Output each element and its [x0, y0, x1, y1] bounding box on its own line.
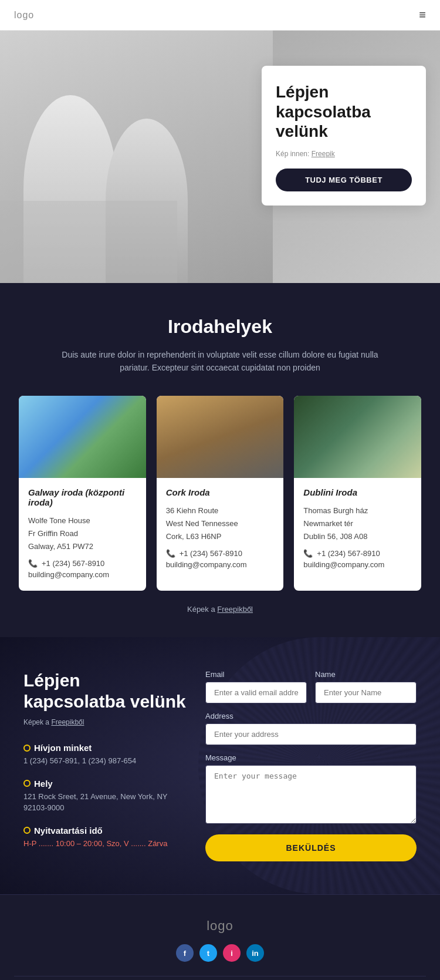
- hero-title: Lépjen kapcsolatba velünk: [276, 82, 412, 142]
- message-textarea[interactable]: [205, 765, 417, 824]
- email-input[interactable]: [205, 682, 307, 703]
- form-row-address: Address: [205, 712, 417, 745]
- contact-call-us-title: Hívjon minket: [23, 743, 187, 753]
- contact-section: Lépjen kapcsolatba velünk Képek a Freepi…: [0, 637, 440, 894]
- form-group-email: Email: [205, 670, 307, 703]
- form-row-message: Message: [205, 753, 417, 824]
- office-name-galway: Galway iroda (központi iroda): [28, 487, 137, 507]
- office-image-cork: [157, 396, 284, 478]
- submit-button[interactable]: BEKÜLDÉS: [205, 834, 417, 861]
- contact-left-panel: Lépjen kapcsolatba velünk Képek a Freepi…: [23, 670, 205, 861]
- contact-hours: Nyitvatartási idő H-P ....... 10:00 – 20…: [23, 826, 187, 850]
- contact-phone-numbers: 1 (234) 567-891, 1 (234) 987-654: [23, 755, 187, 767]
- offices-title: Irodahelyek: [19, 316, 421, 338]
- contact-credit: Képek a Freepikből: [23, 718, 187, 726]
- footer: logo f t i in Sample text. Click to sele…: [0, 894, 440, 980]
- contact-location-title: Hely: [23, 779, 187, 789]
- message-label: Message: [205, 753, 417, 762]
- phone-icon: 📞: [166, 549, 175, 558]
- navbar: logo ≡: [0, 0, 440, 31]
- contact-hours-text: H-P ....... 10:00 – 20:00, Szo, V ......…: [23, 838, 187, 850]
- office-email-cork: building@company.com: [166, 560, 275, 569]
- office-card-body-cork: Cork Iroda 36 Kiehn Route West Ned Tenne…: [157, 478, 284, 569]
- hero-people: [0, 31, 273, 283]
- office-email-galway: building@company.com: [28, 570, 137, 579]
- phone-icon: 📞: [28, 559, 38, 568]
- office-card-cork: Cork Iroda 36 Kiehn Route West Ned Tenne…: [157, 396, 284, 591]
- contact-hours-title: Nyitvatartási idő: [23, 826, 187, 836]
- form-group-address: Address: [205, 712, 417, 745]
- hero-credit: Kép innen: Freepik: [276, 150, 412, 158]
- office-cards-container: Galway iroda (központi iroda) Wolfe Tone…: [19, 396, 421, 591]
- office-card-galway: Galway iroda (központi iroda) Wolfe Tone…: [19, 396, 146, 591]
- hero-cta-button[interactable]: TUDJ MEG TÖBBET: [276, 169, 412, 191]
- hamburger-menu[interactable]: ≡: [419, 8, 426, 22]
- office-image-dublin: [294, 396, 421, 478]
- contact-call-us: Hívjon minket 1 (234) 567-891, 1 (234) 9…: [23, 743, 187, 767]
- contact-form: Email Name Address Message: [205, 670, 417, 861]
- form-group-message: Message: [205, 753, 417, 824]
- office-image-galway: [19, 396, 146, 478]
- office-phone-cork: 📞 +1 (234) 567-8910: [166, 549, 275, 558]
- office-address-galway: Wolfe Tone House Fr Griffin Road Galway,…: [28, 514, 137, 553]
- linkedin-icon[interactable]: in: [246, 944, 264, 962]
- address-label: Address: [205, 712, 417, 720]
- office-card-body-dublin: Dublini Iroda Thomas Burgh ház Newmarket…: [294, 478, 421, 569]
- hero-card: Lépjen kapcsolatba velünk Kép innen: Fre…: [262, 66, 426, 206]
- office-card-body-galway: Galway iroda (központi iroda) Wolfe Tone…: [19, 478, 146, 579]
- form-group-name: Name: [315, 670, 417, 703]
- name-input[interactable]: [315, 682, 417, 703]
- hero-table: [0, 201, 177, 283]
- email-label: Email: [205, 670, 307, 679]
- office-phone-dublin: 📞 +1 (234) 567-8910: [303, 549, 412, 558]
- footer-logo: logo: [14, 918, 426, 934]
- offices-credit-link[interactable]: Freepikből: [217, 605, 253, 614]
- contact-title: Lépjen kapcsolatba velünk: [23, 670, 187, 712]
- contact-credit-link[interactable]: Freepikből: [51, 718, 84, 726]
- office-address-cork: 36 Kiehn Route West Ned Tennessee Cork, …: [166, 504, 275, 543]
- hero-section: Lépjen kapcsolatba velünk Kép innen: Fre…: [0, 31, 440, 283]
- phone-icon: 📞: [303, 549, 313, 558]
- contact-location: Hely 121 Rock Sreet, 21 Avenue, New York…: [23, 779, 187, 814]
- logo: logo: [14, 10, 34, 21]
- name-label: Name: [315, 670, 417, 679]
- office-address-dublin: Thomas Burgh ház Newmarket tér Dublin 56…: [303, 504, 412, 543]
- office-phone-galway: 📞 +1 (234) 567-8910: [28, 559, 137, 568]
- instagram-icon[interactable]: i: [223, 944, 241, 962]
- contact-location-address: 121 Rock Sreet, 21 Avenue, New York, NY …: [23, 791, 187, 814]
- form-row-email-name: Email Name: [205, 670, 417, 703]
- offices-subtitle: Duis aute irure dolor in reprehenderit i…: [50, 348, 390, 375]
- footer-divider: [14, 976, 426, 976]
- hero-background: Lépjen kapcsolatba velünk Kép innen: Fre…: [0, 31, 440, 283]
- office-email-dublin: building@company.com: [303, 560, 412, 569]
- social-icons-container: f t i in: [14, 944, 426, 962]
- contact-inner: Lépjen kapcsolatba velünk Képek a Freepi…: [0, 637, 440, 894]
- offices-credit: Képek a Freepikből: [19, 605, 421, 614]
- address-input[interactable]: [205, 723, 417, 745]
- office-name-cork: Cork Iroda: [166, 487, 275, 497]
- twitter-icon[interactable]: t: [199, 944, 217, 962]
- office-card-dublin: Dublini Iroda Thomas Burgh ház Newmarket…: [294, 396, 421, 591]
- office-name-dublin: Dublini Iroda: [303, 487, 412, 497]
- offices-section: Irodahelyek Duis aute irure dolor in rep…: [0, 283, 440, 637]
- hero-credit-link[interactable]: Freepik: [312, 150, 335, 158]
- facebook-icon[interactable]: f: [176, 944, 194, 962]
